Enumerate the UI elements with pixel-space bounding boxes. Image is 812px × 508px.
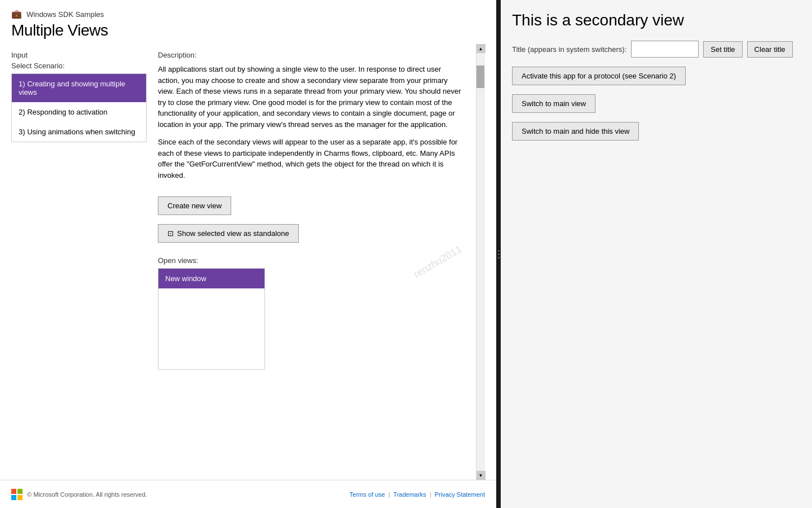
app-title-row: 💼 Windows SDK Samples: [11, 9, 485, 19]
views-list[interactable]: New window: [158, 268, 265, 370]
main-content: Description: All applications start out …: [147, 44, 476, 480]
divider-dot: [498, 257, 500, 259]
standalone-icon: ⊡: [167, 229, 174, 238]
view-item-1[interactable]: New window: [158, 269, 264, 288]
divider-dots: [498, 250, 500, 259]
sidebar: Input Select Scenario: 1) Creating and s…: [11, 44, 147, 480]
switch-main-button[interactable]: Switch to main view: [512, 94, 595, 113]
switch-main-hide-button[interactable]: Switch to main and hide this view: [512, 122, 639, 141]
activate-protocol-button[interactable]: Activate this app for a protocol (see Sc…: [512, 67, 686, 85]
app-subtitle: Windows SDK Samples: [27, 10, 104, 19]
svg-rect-2: [11, 495, 16, 500]
footer-copyright: © Microsoft Corporation. All rights rese…: [27, 491, 147, 498]
description-label: Description:: [158, 51, 465, 59]
sep1: |: [389, 491, 390, 498]
privacy-link[interactable]: Privacy Statement: [435, 491, 485, 498]
scroll-up-arrow[interactable]: ▲: [476, 44, 486, 53]
description-p2: Since each of the secondary views will a…: [158, 137, 465, 181]
description-p1: All applications start out by showing a …: [158, 64, 465, 130]
input-label: Input: [11, 51, 147, 59]
svg-rect-3: [17, 495, 23, 500]
description-text: All applications start out by showing a …: [158, 64, 465, 187]
page-title: Multiple Views: [11, 21, 485, 40]
svg-rect-1: [17, 489, 23, 494]
scenario-list: 1) Creating and showing multiple views 2…: [11, 73, 147, 142]
scroll-thumb[interactable]: [476, 65, 484, 88]
scenario-item-2[interactable]: 2) Responding to activation: [12, 102, 146, 122]
secondary-title: This is a secondary view: [512, 11, 801, 29]
briefcase-icon: 💼: [11, 9, 22, 19]
header: 💼 Windows SDK Samples Multiple Views: [0, 0, 496, 44]
footer-links: Terms of use | Trademarks | Privacy Stat…: [350, 491, 485, 498]
set-title-button[interactable]: Set title: [703, 41, 742, 58]
sep2: |: [430, 491, 431, 498]
terms-link[interactable]: Terms of use: [350, 491, 385, 498]
scenario-item-3[interactable]: 3) Using animations when switching: [12, 122, 146, 142]
scenario-item-1[interactable]: 1) Creating and showing multiple views: [12, 74, 146, 102]
footer-left: © Microsoft Corporation. All rights rese…: [11, 489, 147, 500]
svg-rect-0: [11, 489, 16, 494]
scroll-down-arrow[interactable]: ▼: [476, 471, 486, 480]
clear-title-button[interactable]: Clear title: [747, 41, 793, 58]
microsoft-logo: [11, 489, 23, 500]
title-input-row: Title (appears in system switchers): Set…: [512, 41, 801, 58]
select-scenario-label: Select Scenario:: [11, 62, 147, 70]
trademarks-link[interactable]: Trademarks: [394, 491, 426, 498]
secondary-panel: This is a secondary view Title (appears …: [501, 0, 812, 508]
divider-dot: [498, 253, 500, 255]
open-views-label: Open views:: [158, 256, 465, 265]
show-standalone-label: Show selected view as standalone: [177, 229, 289, 238]
title-input[interactable]: [631, 41, 699, 58]
footer: © Microsoft Corporation. All rights rese…: [0, 480, 496, 508]
title-input-label: Title (appears in system switchers):: [512, 45, 626, 54]
scrollbar[interactable]: ▲ ▼: [476, 44, 485, 480]
content-area: Input Select Scenario: 1) Creating and s…: [0, 44, 496, 480]
divider-dot: [498, 250, 500, 252]
vertical-divider[interactable]: [496, 0, 501, 508]
show-standalone-button[interactable]: ⊡ Show selected view as standalone: [158, 224, 299, 243]
create-new-view-button[interactable]: Create new view: [158, 196, 231, 215]
